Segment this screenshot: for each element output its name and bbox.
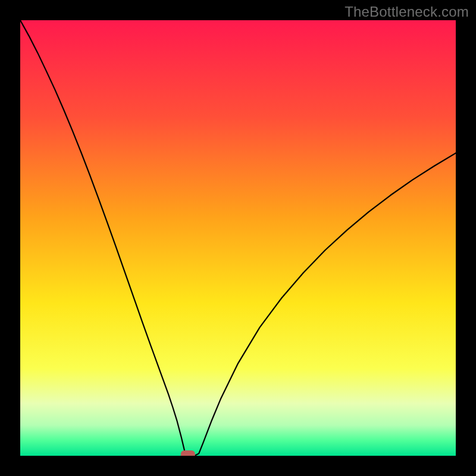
bottleneck-chart [20, 20, 456, 456]
chart-frame: TheBottleneck.com [0, 0, 476, 476]
optimal-marker [181, 450, 195, 456]
gradient-background [20, 20, 456, 456]
plot-area [20, 20, 456, 456]
watermark-text: TheBottleneck.com [345, 4, 469, 20]
